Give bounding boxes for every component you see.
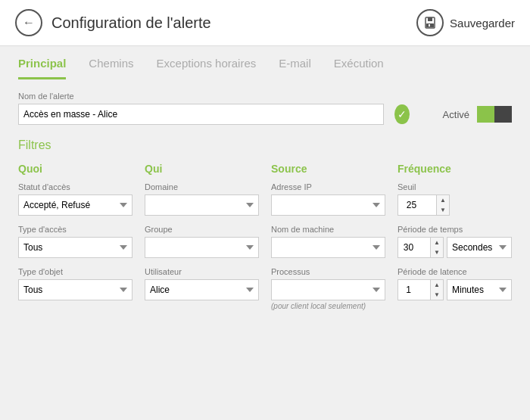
- adresse-ip-group: Adresse IP: [271, 182, 385, 216]
- groupe-label: Groupe: [145, 225, 259, 234]
- frequence-title: Fréquence: [398, 163, 512, 175]
- check-icon: ✓: [394, 104, 409, 124]
- groupe-group: Groupe: [145, 225, 259, 258]
- periode-latence-input[interactable]: [398, 279, 431, 300]
- type-acces-select[interactable]: Tous: [18, 237, 132, 258]
- domaine-group: Domaine: [145, 182, 259, 216]
- seuil-label: Seuil: [398, 182, 512, 191]
- processus-group: Processus (pour client local seulement): [271, 267, 385, 310]
- processus-select[interactable]: [271, 279, 385, 300]
- processus-note: (pour client local seulement): [271, 302, 385, 310]
- name-row: ✓ Activé: [18, 104, 512, 125]
- type-objet-label: Type d'objet: [18, 267, 132, 276]
- periode-temps-spinner: ▲ ▼: [398, 237, 444, 258]
- name-label: Nom de l'alerte: [18, 92, 512, 101]
- tab-email[interactable]: E-mail: [279, 57, 311, 79]
- svg-rect-1: [428, 17, 432, 21]
- seuil-input[interactable]: [398, 194, 437, 216]
- name-field-group: Nom de l'alerte ✓ Activé: [18, 92, 512, 125]
- adresse-ip-label: Adresse IP: [271, 182, 385, 191]
- utilisateur-group: Utilisateur Alice: [145, 267, 259, 300]
- active-toggle: Activé: [443, 106, 512, 123]
- filters-grid: Quoi Statut d'accès Accepté, Refusé Acce…: [18, 163, 512, 319]
- source-column: Source Adresse IP Nom de machine Process…: [271, 163, 385, 319]
- statut-acces-group: Statut d'accès Accepté, Refusé Accepté R…: [18, 182, 132, 216]
- main-content: Nom de l'alerte ✓ Activé Filtres Quoi St…: [0, 79, 530, 331]
- toggle-on: [477, 106, 494, 123]
- periode-temps-input[interactable]: [398, 237, 431, 258]
- tab-execution[interactable]: Exécution: [334, 57, 384, 79]
- toggle-off: [494, 106, 512, 123]
- filters-title: Filtres: [18, 138, 512, 152]
- adresse-ip-select[interactable]: [271, 194, 385, 216]
- source-title: Source: [271, 163, 385, 175]
- tab-exceptions[interactable]: Exceptions horaires: [157, 57, 257, 79]
- periode-temps-up[interactable]: ▲: [431, 238, 443, 247]
- toggle-switch[interactable]: [477, 106, 512, 123]
- quoi-title: Quoi: [18, 163, 132, 175]
- qui-title: Qui: [145, 163, 259, 175]
- periode-temps-down[interactable]: ▼: [431, 247, 443, 257]
- frequence-column: Fréquence Seuil ▲ ▼ Période de temps: [398, 163, 512, 319]
- qui-column: Qui Domaine Groupe Utilisateur Alice: [145, 163, 259, 319]
- domaine-label: Domaine: [145, 182, 259, 191]
- utilisateur-select[interactable]: Alice: [145, 279, 259, 300]
- tab-chemins[interactable]: Chemins: [89, 57, 133, 79]
- name-input[interactable]: [18, 104, 384, 125]
- utilisateur-label: Utilisateur: [145, 267, 259, 276]
- type-acces-group: Type d'accès Tous: [18, 225, 132, 258]
- page-title: Configuration de l'alerte: [51, 14, 211, 32]
- periode-latence-spinner: ▲ ▼: [398, 279, 444, 300]
- statut-label: Statut d'accès: [18, 182, 132, 191]
- svg-rect-3: [429, 24, 430, 26]
- periode-latence-btns: ▲ ▼: [431, 279, 444, 300]
- save-button[interactable]: Sauvegarder: [416, 9, 515, 36]
- periode-latence-up[interactable]: ▲: [431, 280, 443, 290]
- periode-temps-row: ▲ ▼ Secondes Minutes Heures: [398, 237, 512, 258]
- statut-select[interactable]: Accepté, Refusé Accepté Refusé: [18, 194, 132, 216]
- periode-temps-unit[interactable]: Secondes Minutes Heures: [447, 237, 512, 258]
- tab-principal[interactable]: Principal: [18, 57, 66, 79]
- periode-temps-label: Période de temps: [398, 225, 512, 234]
- tab-bar: Principal Chemins Exceptions horaires E-…: [0, 46, 530, 79]
- active-label: Activé: [443, 109, 469, 120]
- periode-latence-group: Période de latence ▲ ▼ Minutes Heures: [398, 267, 512, 300]
- header-left: ← Configuration de l'alerte: [15, 9, 211, 36]
- save-icon: [416, 9, 444, 36]
- seuil-spinner: ▲ ▼: [398, 194, 512, 216]
- seuil-spinner-btns: ▲ ▼: [437, 194, 450, 216]
- periode-temps-btns: ▲ ▼: [431, 237, 444, 258]
- groupe-select[interactable]: [145, 237, 259, 258]
- quoi-column: Quoi Statut d'accès Accepté, Refusé Acce…: [18, 163, 132, 319]
- nom-machine-select[interactable]: [271, 237, 385, 258]
- processus-label: Processus: [271, 267, 385, 276]
- periode-latence-unit[interactable]: Minutes Heures: [447, 279, 512, 300]
- periode-latence-down[interactable]: ▼: [431, 290, 443, 300]
- periode-temps-group: Période de temps ▲ ▼ Secondes Minutes He…: [398, 225, 512, 258]
- type-objet-select[interactable]: Tous: [18, 279, 132, 300]
- seuil-up[interactable]: ▲: [437, 195, 449, 205]
- save-label: Sauvegarder: [450, 17, 515, 30]
- nom-machine-group: Nom de machine: [271, 225, 385, 258]
- header: ← Configuration de l'alerte Sauvegarder: [0, 0, 530, 46]
- type-objet-group: Type d'objet Tous: [18, 267, 132, 300]
- domaine-select[interactable]: [145, 194, 259, 216]
- seuil-group: Seuil ▲ ▼: [398, 182, 512, 216]
- nom-machine-label: Nom de machine: [271, 225, 385, 234]
- periode-latence-row: ▲ ▼ Minutes Heures: [398, 279, 512, 300]
- back-button[interactable]: ←: [15, 9, 42, 36]
- type-acces-label: Type d'accès: [18, 225, 132, 234]
- periode-latence-label: Période de latence: [398, 267, 512, 276]
- seuil-down[interactable]: ▼: [437, 205, 449, 215]
